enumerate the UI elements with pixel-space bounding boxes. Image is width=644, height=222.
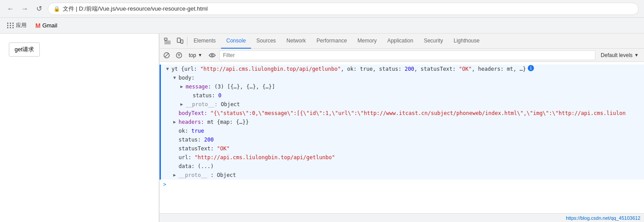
apps-label: 应用	[16, 22, 27, 29]
levels-label: Default levels	[601, 52, 633, 58]
proto-body-val: Object	[217, 100, 240, 108]
context-value: top	[189, 52, 196, 58]
ok-key: ok:	[179, 127, 191, 135]
address-icon: 🔒	[53, 6, 60, 12]
proto-root-key: __proto__	[179, 171, 207, 179]
expand-triangle[interactable]	[166, 65, 171, 73]
forward-button[interactable]: →	[19, 4, 30, 14]
proto-body-key: __proto__:	[186, 100, 217, 108]
headers-triangle[interactable]	[173, 118, 179, 126]
tab-elements[interactable]: Elements	[188, 34, 221, 49]
clear-console-button[interactable]	[161, 50, 172, 61]
status-bar: https://blog.csdn.net/qq_45103612	[160, 213, 644, 222]
console-line-main: yt {url: "http://api.cms.liulongbin.top/…	[161, 65, 644, 73]
svg-point-12	[211, 54, 213, 56]
console-prompt: >	[160, 180, 644, 188]
statustext-val: "OK"	[217, 145, 230, 153]
data-val: (...)	[198, 162, 213, 170]
console-line-headers: headers: mt {map: {…}}	[161, 118, 644, 126]
console-statustext-value: "OK"	[459, 65, 472, 73]
tab-performance[interactable]: Performance	[311, 34, 352, 49]
get-request-button[interactable]: get请求	[9, 42, 40, 57]
status200-key: status:	[179, 136, 204, 144]
bodytext-val: "{\"status\":0,\"message\":[{\"id\":1,\"…	[207, 109, 625, 117]
levels-chevron-icon: ▼	[634, 53, 639, 57]
filter-button[interactable]	[174, 50, 184, 61]
inspect-element-button[interactable]	[161, 35, 174, 47]
browser-toolbar: ← → ↺ 🔒 文件 | D:/前端/Vue.js/vue-resource/v…	[0, 0, 644, 18]
tab-network[interactable]: Network	[281, 34, 311, 49]
bookmarks-bar: 应用 M Gmail	[0, 18, 644, 34]
url-val: "http://api.cms.liulongbin.top/api/getlu…	[194, 153, 335, 161]
console-line-body: body:	[161, 73, 644, 82]
proto-body-triangle[interactable]	[180, 100, 186, 108]
proto-root-sep: : Object	[207, 171, 236, 179]
apps-button[interactable]: 应用	[4, 20, 30, 31]
body-label: body:	[179, 74, 194, 82]
proto-root-triangle[interactable]	[173, 171, 179, 179]
device-toggle-button[interactable]	[174, 35, 186, 47]
body-triangle[interactable]	[173, 74, 179, 82]
tab-separator	[187, 37, 187, 46]
log-levels-button[interactable]: Default levels ▼	[597, 50, 642, 60]
console-url-value: "http://api.cms.liulongbin.top/api/getlu…	[200, 65, 341, 73]
svg-rect-5	[181, 40, 183, 43]
tab-application[interactable]: Application	[382, 34, 419, 49]
console-line-ok: ok: true	[161, 126, 644, 135]
main-page: get请求	[0, 34, 159, 222]
page-area: get请求 Elements Console S	[0, 34, 644, 222]
svg-rect-4	[177, 38, 180, 42]
data-key: data:	[179, 162, 198, 170]
console-output: yt {url: "http://api.cms.liulongbin.top/…	[160, 62, 644, 213]
status-key: status:	[193, 92, 218, 100]
tab-memory[interactable]: Memory	[352, 34, 382, 49]
svg-line-7	[165, 54, 168, 57]
gmail-label: Gmail	[42, 22, 57, 29]
console-line-proto-root: __proto__ : Object	[161, 171, 644, 180]
console-line-data: data: (...)	[161, 162, 644, 171]
address-bar[interactable]: 🔒 文件 | D:/前端/Vue.js/vue-resource/vue-res…	[48, 3, 639, 15]
devtools-panel: Elements Console Sources Network Perform…	[159, 34, 644, 222]
status-val: 0	[218, 92, 221, 100]
console-status-value: 200	[404, 65, 414, 73]
status-url: https://blog.csdn.net/qq_45103612	[566, 215, 640, 221]
reload-button[interactable]: ↺	[34, 4, 44, 14]
tab-lighthouse[interactable]: Lighthouse	[448, 34, 485, 49]
message-triangle[interactable]	[180, 83, 186, 91]
console-line-statustext: statusText: "OK"	[161, 144, 644, 153]
live-expression-button[interactable]	[207, 50, 217, 61]
gmail-button[interactable]: M Gmail	[32, 20, 61, 31]
console-text-ok: , ok: true, status:	[341, 65, 405, 73]
devtools-toolbar: top ▼ Default levels ▼	[160, 49, 644, 62]
console-text-statustext: , statusText:	[414, 65, 459, 73]
prompt-arrow: >	[163, 181, 166, 188]
console-text-prefix: yt {url:	[171, 65, 200, 73]
status200-val: 200	[204, 136, 214, 144]
gmail-icon: M	[35, 22, 41, 29]
statustext-key: statusText:	[179, 145, 217, 153]
ok-val: true	[191, 127, 204, 135]
prompt-input[interactable]	[168, 181, 256, 188]
console-line-status200: status: 200	[161, 135, 644, 144]
url-key: url:	[179, 153, 194, 161]
context-selector[interactable]: top ▼	[186, 50, 205, 60]
tab-security[interactable]: Security	[419, 34, 448, 49]
filter-input[interactable]	[219, 50, 595, 60]
console-line-message: message: (3) [{…}, {…}, {…}]	[161, 82, 644, 91]
svg-rect-0	[164, 38, 167, 40]
console-line-proto-body: __proto__: Object	[161, 100, 644, 109]
console-text-rest: , headers: mt, …}	[472, 65, 526, 73]
info-icon[interactable]: i	[528, 65, 534, 71]
address-text: 文件 | D:/前端/Vue.js/vue-resource/vue-resou…	[63, 5, 208, 13]
headers-key: headers:	[179, 118, 204, 126]
tab-sources[interactable]: Sources	[251, 34, 281, 49]
console-line-status: status: 0	[161, 91, 644, 100]
tab-console[interactable]: Console	[221, 34, 251, 49]
message-key: message:	[186, 83, 211, 91]
back-button[interactable]: ←	[5, 4, 16, 14]
message-val: (3) [{…}, {…}, {…}]	[211, 83, 275, 91]
context-chevron-icon: ▼	[198, 53, 202, 57]
console-line-bodytext: bodyText: "{\"status\":0,\"message\":[{\…	[161, 109, 644, 118]
headers-val: mt {map: {…}}	[204, 118, 249, 126]
console-line-url: url: "http://api.cms.liulongbin.top/api/…	[161, 153, 644, 162]
